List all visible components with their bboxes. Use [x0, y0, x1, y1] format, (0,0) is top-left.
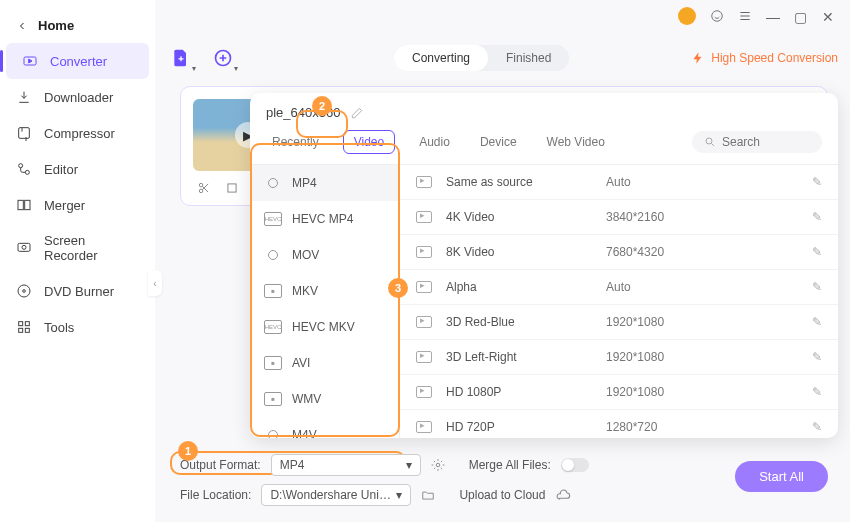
preset-resolution: Auto — [606, 175, 812, 189]
format-m4v[interactable]: M4V — [250, 417, 399, 438]
preset-name: 8K Video — [446, 245, 606, 259]
window-maximize[interactable]: ▢ — [794, 9, 808, 23]
format-mp4[interactable]: MP4 — [250, 165, 399, 201]
output-format-select[interactable]: MP4▾ — [271, 454, 421, 476]
preset-edit-icon[interactable]: ✎ — [812, 245, 822, 259]
sidebar-collapse-handle[interactable]: ‹ — [148, 270, 162, 296]
format-hevc-mp4[interactable]: HEVCHEVC MP4 — [250, 201, 399, 237]
file-location-select[interactable]: D:\Wondershare UniConverter 1▾ — [261, 484, 411, 506]
merge-toggle[interactable] — [561, 458, 589, 472]
dvd-burner-icon — [16, 283, 32, 299]
preset-name: HD 1080P — [446, 385, 606, 399]
user-avatar[interactable] — [678, 7, 696, 25]
format-avi[interactable]: ■AVI — [250, 345, 399, 381]
preset-list: Same as sourceAuto✎ 4K Video3840*2160✎ 8… — [400, 165, 838, 438]
preset-resolution: 1920*1080 — [606, 350, 812, 364]
step-badge-2: 2 — [312, 96, 332, 116]
file-location-value: D:\Wondershare UniConverter 1 — [270, 488, 396, 502]
tab-converting[interactable]: Converting — [394, 45, 488, 71]
tab-audio[interactable]: Audio — [413, 131, 456, 153]
folder-icon[interactable] — [421, 488, 435, 502]
tab-video[interactable]: Video — [343, 130, 395, 154]
format-popover: ple_640x360 Recently Video Audio Device … — [250, 93, 838, 438]
merge-label: Merge All Files: — [469, 458, 551, 472]
trim-icon[interactable] — [197, 181, 211, 195]
svg-point-19 — [706, 138, 712, 144]
edit-title-icon[interactable] — [350, 106, 364, 120]
support-icon[interactable] — [710, 9, 724, 23]
editor-icon — [16, 161, 32, 177]
search-icon — [704, 136, 716, 148]
window-minimize[interactable]: — — [766, 9, 780, 23]
home-label: Home — [38, 18, 74, 33]
sidebar-item-dvd-burner[interactable]: DVD Burner — [0, 273, 155, 309]
add-url-button[interactable] — [212, 47, 234, 69]
menu-icon[interactable] — [738, 9, 752, 23]
format-label: HEVC MKV — [292, 320, 355, 334]
high-speed-toggle[interactable]: High Speed Conversion — [691, 51, 838, 65]
preset-resolution: 3840*2160 — [606, 210, 812, 224]
preset-icon — [416, 386, 432, 398]
preset-row[interactable]: 4K Video3840*2160✎ — [400, 200, 838, 235]
preset-icon — [416, 246, 432, 258]
card-tools — [197, 181, 239, 195]
preset-edit-icon[interactable]: ✎ — [812, 420, 822, 434]
screen-recorder-icon — [16, 240, 32, 256]
sidebar-item-label: Compressor — [44, 126, 115, 141]
compressor-icon — [16, 125, 32, 141]
sidebar-item-merger[interactable]: Merger — [0, 187, 155, 223]
format-label: HEVC MP4 — [292, 212, 353, 226]
tab-finished[interactable]: Finished — [488, 45, 569, 71]
preset-row[interactable]: HD 720P1280*720✎ — [400, 410, 838, 438]
svg-rect-2 — [19, 128, 30, 139]
cloud-icon[interactable] — [555, 487, 571, 503]
preset-row[interactable]: 8K Video7680*4320✎ — [400, 235, 838, 270]
svg-rect-18 — [228, 184, 236, 192]
search-input[interactable] — [692, 131, 822, 153]
tab-device[interactable]: Device — [474, 131, 523, 153]
sidebar-item-converter[interactable]: Converter — [6, 43, 149, 79]
preset-row[interactable]: Same as sourceAuto✎ — [400, 165, 838, 200]
format-label: MP4 — [292, 176, 317, 190]
preset-edit-icon[interactable]: ✎ — [812, 350, 822, 364]
sidebar-item-tools[interactable]: Tools — [0, 309, 155, 345]
svg-point-4 — [25, 170, 29, 174]
step-badge-1: 1 — [178, 441, 198, 461]
format-hevc-mkv[interactable]: HEVCHEVC MKV — [250, 309, 399, 345]
format-mkv[interactable]: ■MKV — [250, 273, 399, 309]
tab-recently[interactable]: Recently — [266, 131, 325, 153]
preset-row[interactable]: 3D Left-Right1920*1080✎ — [400, 340, 838, 375]
preset-row[interactable]: 3D Red-Blue1920*1080✎ — [400, 305, 838, 340]
preset-edit-icon[interactable]: ✎ — [812, 315, 822, 329]
tab-web-video[interactable]: Web Video — [541, 131, 611, 153]
preset-edit-icon[interactable]: ✎ — [812, 210, 822, 224]
sidebar-item-downloader[interactable]: Downloader — [0, 79, 155, 115]
preset-row[interactable]: HD 1080P1920*1080✎ — [400, 375, 838, 410]
format-label: MOV — [292, 248, 319, 262]
format-wmv[interactable]: ■WMV — [250, 381, 399, 417]
sidebar-item-compressor[interactable]: Compressor — [0, 115, 155, 151]
sidebar: Home Converter Downloader Compressor Edi… — [0, 0, 155, 522]
preset-resolution: 1280*720 — [606, 420, 812, 434]
window-close[interactable]: ✕ — [822, 9, 836, 23]
preset-resolution: 7680*4320 — [606, 245, 812, 259]
preset-row[interactable]: AlphaAuto✎ — [400, 270, 838, 305]
home-button[interactable]: Home — [0, 8, 155, 43]
format-mov[interactable]: MOV — [250, 237, 399, 273]
search-field[interactable] — [722, 135, 802, 149]
sidebar-item-editor[interactable]: Editor — [0, 151, 155, 187]
svg-rect-12 — [25, 322, 29, 326]
format-list: MP4 HEVCHEVC MP4 MOV ■MKV HEVCHEVC MKV ■… — [250, 165, 400, 438]
preset-edit-icon[interactable]: ✎ — [812, 385, 822, 399]
format-label: M4V — [292, 428, 317, 438]
format-icon: ■ — [264, 356, 282, 370]
settings-icon[interactable] — [431, 458, 445, 472]
preset-edit-icon[interactable]: ✎ — [812, 280, 822, 294]
add-file-button[interactable] — [170, 47, 192, 69]
lightning-icon — [691, 51, 705, 65]
preset-edit-icon[interactable]: ✎ — [812, 175, 822, 189]
high-speed-label: High Speed Conversion — [711, 51, 838, 65]
crop-icon[interactable] — [225, 181, 239, 195]
sidebar-item-screen-recorder[interactable]: Screen Recorder — [0, 223, 155, 273]
start-all-button[interactable]: Start All — [735, 461, 828, 492]
